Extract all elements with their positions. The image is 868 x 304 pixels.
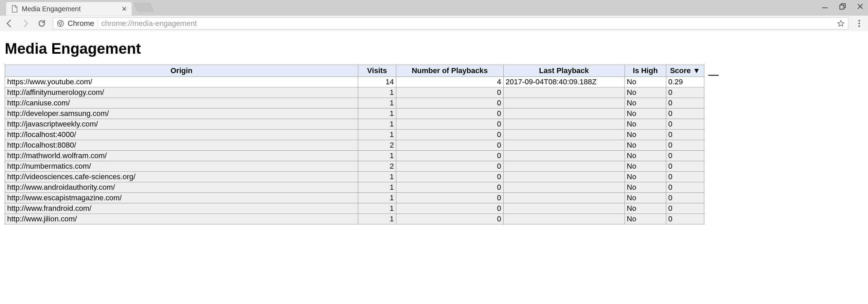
- cell-playbacks: 0: [396, 119, 503, 130]
- close-window-icon[interactable]: [856, 2, 865, 11]
- cell-visits: 1: [358, 214, 396, 224]
- cell-last: [503, 172, 625, 182]
- collapse-dash-icon[interactable]: —: [708, 69, 719, 81]
- cell-playbacks: 0: [396, 98, 503, 108]
- cell-origin: http://affinitynumerology.com/: [5, 87, 358, 98]
- forward-button[interactable]: [20, 18, 31, 29]
- minimize-icon[interactable]: [820, 2, 829, 11]
- page-icon: [11, 5, 18, 13]
- cell-origin: http://www.frandroid.com/: [5, 203, 358, 214]
- cell-origin: http://www.jilion.com/: [5, 214, 358, 224]
- cell-score: 0: [666, 193, 704, 203]
- cell-score: 0: [666, 119, 704, 130]
- table-row: http://www.androidauthority.com/10No0: [5, 182, 704, 193]
- cell-high: No: [625, 172, 666, 182]
- table-row: http://www.escapistmagazine.com/10No0: [5, 193, 704, 203]
- col-high[interactable]: Is High: [625, 65, 666, 77]
- cell-origin: http://localhost:8080/: [5, 140, 358, 151]
- cell-last: [503, 214, 625, 224]
- cell-playbacks: 0: [396, 151, 503, 161]
- address-bar[interactable]: Chrome chrome://media-engagement: [53, 17, 848, 30]
- cell-high: No: [625, 87, 666, 98]
- cell-origin: http://javascriptweekly.com/: [5, 119, 358, 130]
- new-tab-button[interactable]: [133, 2, 154, 12]
- cell-playbacks: 0: [396, 87, 503, 98]
- page-body: Media Engagement Origin Visits Number of…: [0, 31, 868, 230]
- restore-icon[interactable]: [838, 2, 847, 11]
- cell-origin: https://www.youtube.com/: [5, 77, 358, 87]
- svg-point-13: [858, 23, 860, 24]
- cell-playbacks: 0: [396, 182, 503, 193]
- window-controls: [820, 2, 865, 11]
- cell-playbacks: 0: [396, 140, 503, 151]
- reload-button[interactable]: [37, 18, 47, 29]
- cell-visits: 1: [358, 119, 396, 130]
- svg-rect-2: [840, 5, 844, 9]
- tab-close-icon[interactable]: [122, 6, 127, 12]
- cell-score: 0: [666, 98, 704, 108]
- cell-last: [503, 98, 625, 108]
- cell-score: 0: [666, 151, 704, 161]
- cell-last: 2017-09-04T08:40:09.188Z: [503, 77, 625, 87]
- cell-last: [503, 151, 625, 161]
- cell-score: 0: [666, 108, 704, 119]
- table-row: http://numbermatics.com/20No0: [5, 161, 704, 172]
- browser-tab[interactable]: Media Engagement: [6, 2, 132, 16]
- cell-origin: http://developer.samsung.com/: [5, 108, 358, 119]
- cell-score: 0: [666, 172, 704, 182]
- cell-origin: http://mathworld.wolfram.com/: [5, 151, 358, 161]
- cell-playbacks: 0: [396, 161, 503, 172]
- cell-last: [503, 119, 625, 130]
- cell-visits: 1: [358, 172, 396, 182]
- cell-high: No: [625, 161, 666, 172]
- cell-visits: 1: [358, 108, 396, 119]
- table-row: http://localhost:4000/10No0: [5, 130, 704, 140]
- table-row: http://affinitynumerology.com/10No0: [5, 87, 704, 98]
- tab-title: Media Engagement: [22, 5, 118, 13]
- cell-high: No: [625, 182, 666, 193]
- cell-high: No: [625, 130, 666, 140]
- table-row: http://www.jilion.com/10No0: [5, 214, 704, 224]
- cell-high: No: [625, 151, 666, 161]
- cell-last: [503, 161, 625, 172]
- col-visits[interactable]: Visits: [358, 65, 396, 77]
- col-score[interactable]: Score ▼: [666, 65, 704, 77]
- cell-high: No: [625, 98, 666, 108]
- bookmark-star-icon[interactable]: [837, 20, 845, 27]
- cell-playbacks: 0: [396, 214, 503, 224]
- cell-high: No: [625, 203, 666, 214]
- table-header-row: Origin Visits Number of Playbacks Last P…: [5, 65, 704, 77]
- table-row: http://caniuse.com/10No0: [5, 98, 704, 108]
- cell-playbacks: 0: [396, 203, 503, 214]
- cell-origin: http://caniuse.com/: [5, 98, 358, 108]
- cell-visits: 1: [358, 203, 396, 214]
- cell-score: 0: [666, 214, 704, 224]
- cell-playbacks: 0: [396, 172, 503, 182]
- cell-last: [503, 140, 625, 151]
- col-origin[interactable]: Origin: [5, 65, 358, 77]
- cell-score: 0: [666, 203, 704, 214]
- cell-visits: 2: [358, 140, 396, 151]
- back-button[interactable]: [4, 18, 14, 29]
- col-playbacks[interactable]: Number of Playbacks: [396, 65, 503, 77]
- cell-high: No: [625, 77, 666, 87]
- cell-last: [503, 130, 625, 140]
- cell-score: 0.29: [666, 77, 704, 87]
- cell-playbacks: 0: [396, 193, 503, 203]
- cell-high: No: [625, 119, 666, 130]
- cell-visits: 1: [358, 182, 396, 193]
- cell-visits: 14: [358, 77, 396, 87]
- cell-last: [503, 193, 625, 203]
- cell-score: 0: [666, 161, 704, 172]
- cell-last: [503, 87, 625, 98]
- col-last[interactable]: Last Playback: [503, 65, 625, 77]
- cell-visits: 1: [358, 193, 396, 203]
- cell-visits: 2: [358, 161, 396, 172]
- cell-high: No: [625, 140, 666, 151]
- kebab-menu-icon[interactable]: [854, 19, 864, 28]
- cell-score: 0: [666, 140, 704, 151]
- browser-chrome: Media Engagement: [0, 0, 868, 31]
- cell-last: [503, 203, 625, 214]
- cell-visits: 1: [358, 130, 396, 140]
- cell-origin: http://localhost:4000/: [5, 130, 358, 140]
